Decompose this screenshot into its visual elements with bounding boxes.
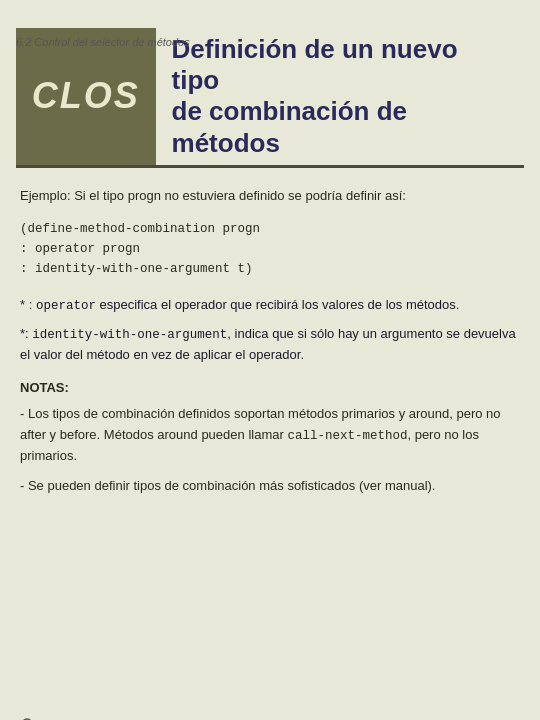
operator-note-text: especifica el operador que recibirá los … (96, 297, 459, 312)
header-title: Definición de un nuevo tipo de combinaci… (156, 28, 524, 165)
bullet-item-1: - Los tipos de combinación definidos sop… (20, 404, 520, 466)
title-line2: de combinación de métodos (172, 96, 408, 157)
notas-title: NOTAS: (20, 378, 520, 398)
notes-section: NOTAS: - Los tipos de combinación defini… (20, 378, 520, 496)
title-line1: Definición de un nuevo tipo (172, 34, 458, 95)
page-container: 6.2 Control del selector de métodos CLOS… (0, 28, 540, 720)
code-line-3: : identity-with-one-argument t) (20, 259, 520, 279)
bullet-item-2: - Se pueden definir tipos de combinación… (20, 476, 520, 496)
header-title-text: Definición de un nuevo tipo de combinaci… (172, 34, 508, 159)
section-label: 6.2 Control del selector de métodos (16, 36, 190, 48)
code-block: (define-method-combination progn : opera… (20, 219, 520, 279)
identity-keyword: identity-with-one-argument (32, 328, 227, 342)
operator-keyword: operator (36, 299, 96, 313)
footer: ISBC. José Angel Bañares. II-1998. clos.… (0, 716, 540, 720)
main-content: Ejemplo: Si el tipo progn no estuviera d… (20, 186, 520, 496)
logo-icon (16, 716, 38, 720)
code-line-1: (define-method-combination progn (20, 219, 520, 239)
example-text: Ejemplo: Si el tipo progn no estuviera d… (20, 186, 520, 206)
code-line-2: : operator progn (20, 239, 520, 259)
footer-logo: ISBC. José Angel Bañares. II-1998. (16, 716, 199, 720)
bullet2-text: - Se pueden definir tipos de combinación… (20, 478, 436, 493)
operator-note-prefix: * : (20, 297, 36, 312)
identity-note-prefix: *: (20, 326, 32, 341)
header-bar: CLOS Definición de un nuevo tipo de comb… (16, 28, 524, 168)
identity-note: *: identity-with-one-argument, indica qu… (20, 324, 520, 364)
clos-badge: CLOS (16, 28, 156, 165)
bullet1-code: call-next-method (287, 429, 407, 443)
operator-note: * : operator especifica el operador que … (20, 295, 520, 316)
